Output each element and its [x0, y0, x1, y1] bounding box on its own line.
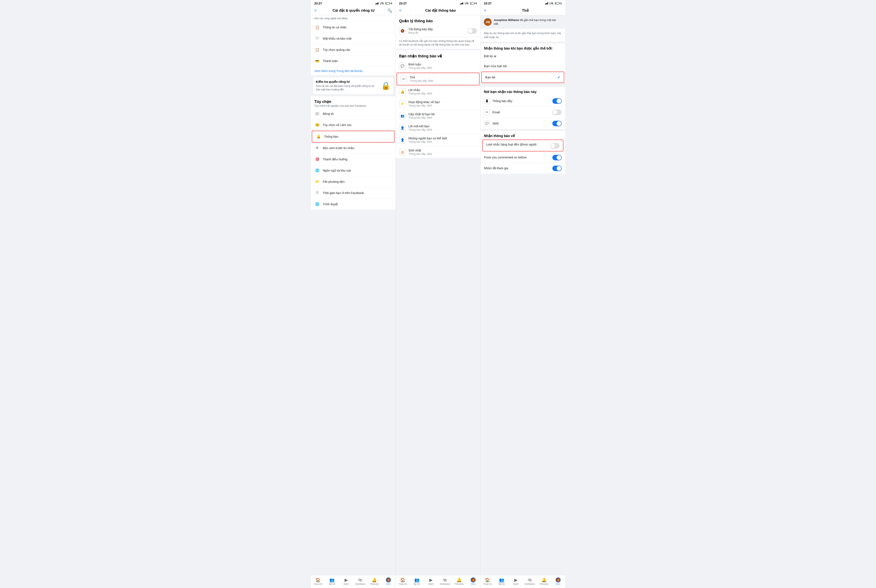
settings-item-password[interactable]: 🛡 Mật khẩu và bảo mật: [311, 33, 395, 44]
custom-section-subtitle: Tùy chỉnh trải nghiệm của bạn trên Faceb…: [314, 104, 392, 107]
nav-menu-3[interactable]: J Menu: [551, 576, 565, 586]
settings-item-time[interactable]: ⏱ Thời gian bạn ở trên Facebook: [311, 188, 395, 199]
push-toggle[interactable]: [468, 28, 477, 34]
joined-group-label: Nhóm đã tham gia: [484, 166, 552, 171]
email-label: Email: [492, 111, 500, 114]
nav-marketplace-1[interactable]: 🛍 Marketplace: [353, 576, 368, 586]
page-title-1: Cài đặt & quyền riêng tư: [320, 8, 388, 13]
home-label-1: Trang chủ: [314, 583, 322, 585]
nav-marketplace-3[interactable]: 🛍 Marketplace: [523, 576, 537, 586]
notif-item-people-you-know[interactable]: 👤 Những người bạn có thể biết Thông báo …: [396, 134, 480, 146]
nav-friends-3[interactable]: 👥 Bạn bè: [495, 576, 509, 586]
nav-marketplace-2[interactable]: 🛍 Marketplace: [438, 576, 452, 586]
tags-label: Thẻ: [410, 76, 434, 79]
friends-icon-3: 👥: [499, 578, 504, 582]
status-bar-1: 23:27 LTE 5: [311, 0, 395, 6]
commented-toggle[interactable]: [552, 155, 562, 160]
push-notif-label: Thông báo đầy: [492, 99, 513, 103]
nav-home-3[interactable]: 🏠 Trang chủ: [481, 576, 495, 586]
custom-section-title: Tùy chọn: [314, 99, 392, 104]
back-button-3[interactable]: <: [484, 8, 486, 13]
marketplace-icon-3: 🛍: [528, 578, 532, 582]
nav-watch-3[interactable]: ▶ Watch: [509, 576, 523, 586]
status-icons-3: LTE 5: [545, 2, 562, 4]
language-icon: 🌐: [314, 168, 320, 174]
sms-toggle[interactable]: [552, 121, 562, 126]
files-label: File phương tiện: [323, 180, 345, 183]
home-icon-2: 🏠: [400, 578, 405, 582]
nav-notifications-1[interactable]: 🔔 Thông báo: [367, 576, 381, 586]
nav-menu-2[interactable]: J Menu: [466, 576, 480, 586]
watch-label-1: Watch: [344, 583, 349, 585]
settings-item-files[interactable]: 📁 File phương tiện: [311, 176, 395, 188]
ads-icon: 📋: [314, 47, 320, 53]
nav-watch-1[interactable]: ▶ Watch: [339, 576, 353, 586]
settings-item-payment[interactable]: 💳 Thanh toán: [311, 56, 395, 67]
nav-notifications-2[interactable]: 🔔 Thông báo: [452, 576, 466, 586]
nav-friends-1[interactable]: 👥 Bạn bè: [325, 576, 339, 586]
settings-item-personal-info[interactable]: 📋 Thông tin cá nhân: [311, 22, 395, 33]
receive-section-title: Bạn nhận thông báo về: [399, 54, 477, 58]
notif-item-friend-requests[interactable]: 👤 Lời mời kết bạn Thông báo đầy, SMS: [396, 122, 480, 134]
turn-off-push-item[interactable]: 🔕 Tắt thông báo đầy Đang tắt: [396, 25, 480, 37]
notif-item-tags[interactable]: 🏷 Thẻ Thông báo đầy, SMS: [397, 73, 479, 85]
notif-item-reminders[interactable]: 🔔 Lời nhắc Thông báo đầy, SMS: [396, 86, 480, 98]
content-3: JW Josephine Williams đã gắn thẻ bạn tro…: [481, 15, 565, 575]
settings-item-emotions[interactable]: 😊 Tùy chọn về cảm xúc: [311, 120, 395, 131]
notif-item-activities[interactable]: ⚡ Hoạt động khác về bạn Thông báo đầy, S…: [396, 98, 480, 110]
friend-requests-label: Lời mời kết bạn: [408, 124, 432, 128]
notifications-nav-label-1: Thông báo: [370, 583, 379, 585]
page-title-2: Cài đặt thông báo: [404, 8, 477, 13]
settings-item-notifications[interactable]: 🔔 Thông báo: [312, 131, 394, 142]
notifications-nav-label-3: Thông báo: [540, 583, 549, 585]
privacy-card[interactable]: Kiểm tra quyền riêng tư Xem lại các cài …: [313, 77, 394, 94]
notif-item-friends-updates[interactable]: 👥 Cập nhật từ bạn bè Thông báo đầy, SMS: [396, 110, 480, 122]
nav-watch-2[interactable]: ▶ Watch: [424, 576, 438, 586]
marketplace-label-3: Marketplace: [525, 583, 535, 585]
nav-menu-1[interactable]: J Menu: [381, 576, 396, 586]
notif-row-push[interactable]: 📱 Thông báo đầy: [481, 96, 565, 107]
friends-icon-1: 👥: [329, 578, 334, 582]
manage-section-header: Quản lý thông báo: [396, 15, 480, 25]
notif-row-email-left: ✉ Email: [484, 109, 500, 115]
settings-item-browser[interactable]: 🌐 Trình duyệt: [311, 199, 395, 210]
notif-row-commented[interactable]: Posts you commented on before: [481, 152, 565, 163]
back-button-1[interactable]: <: [314, 8, 317, 13]
nav-home-1[interactable]: 🏠 Trang chủ: [311, 576, 325, 586]
notif-row-joined-group[interactable]: Nhóm đã tham gia: [481, 163, 565, 174]
mass-mention-toggle[interactable]: [550, 143, 560, 148]
receive-tag-title-section: Nhận thông báo khi bạn được gắn thẻ bởi:: [481, 44, 565, 51]
settings-item-navigation[interactable]: 🎯 Thanh điều hướng: [311, 154, 395, 165]
notif-item-comments[interactable]: 💬 Bình luận Thông báo đầy, SMS: [396, 60, 480, 72]
email-toggle[interactable]: [552, 110, 562, 115]
joined-group-toggle[interactable]: [552, 166, 562, 171]
nav-home-2[interactable]: 🏠 Trang chủ: [396, 576, 410, 586]
notif-row-mass-mention[interactable]: Lượt nhắc hàng loạt đến @mọi người: [483, 140, 563, 151]
push-notif-toggle[interactable]: [552, 98, 562, 104]
notif-row-email[interactable]: ✉ Email: [481, 107, 565, 118]
notif-item-birthday[interactable]: 🎂 Sinh nhật Thông báo đầy, SMS: [396, 146, 480, 158]
sms-icon: 💬: [484, 120, 490, 126]
settings-item-ads[interactable]: 📋 Tùy chọn quảng cáo: [311, 44, 395, 56]
payment-label: Thanh toán: [323, 59, 338, 63]
nav-friends-2[interactable]: 👥 Bạn bè: [410, 576, 424, 586]
settings-item-language[interactable]: 🌐 Ngôn ngữ và khu vực: [311, 165, 395, 176]
settings-item-news-feed[interactable]: 📰 Bảng tin: [311, 108, 395, 120]
search-button-1[interactable]: 🔍: [387, 8, 392, 13]
nav-notifications-3[interactable]: 🔔 Thông báo: [537, 576, 551, 586]
password-icon: 🛡: [314, 36, 320, 42]
time-3: 23:27: [484, 2, 492, 5]
settings-item-preview[interactable]: 👁 Bản xem trước tin nhắn: [311, 142, 395, 154]
tag-option-friends[interactable]: Bạn bè ✓: [482, 72, 564, 82]
back-button-2[interactable]: <: [399, 8, 402, 13]
friend-requests-sublabel: Thông báo đầy, SMS: [408, 128, 432, 131]
mass-mention-label: Lượt nhắc hàng loạt đến @mọi người: [486, 142, 550, 147]
tag-option-anyone[interactable]: Bất kỳ ai: [481, 51, 565, 61]
receive-tag-title: Nhận thông báo khi bạn được gắn thẻ bởi:: [484, 46, 562, 50]
tag-option-friends-of-friends[interactable]: Bạn của bạn bè: [481, 61, 565, 71]
custom-section: Tùy chọn Tùy chỉnh trải nghiệm của bạn t…: [311, 96, 395, 210]
account-center-link[interactable]: Xem thêm trong Trung tâm tài khoản: [311, 67, 395, 75]
mass-mention-wrapper: Lượt nhắc hàng loạt đến @mọi người: [482, 140, 563, 152]
notif-row-sms[interactable]: 💬 SMS: [481, 118, 565, 129]
time-label: Thời gian bạn ở trên Facebook: [323, 191, 364, 195]
